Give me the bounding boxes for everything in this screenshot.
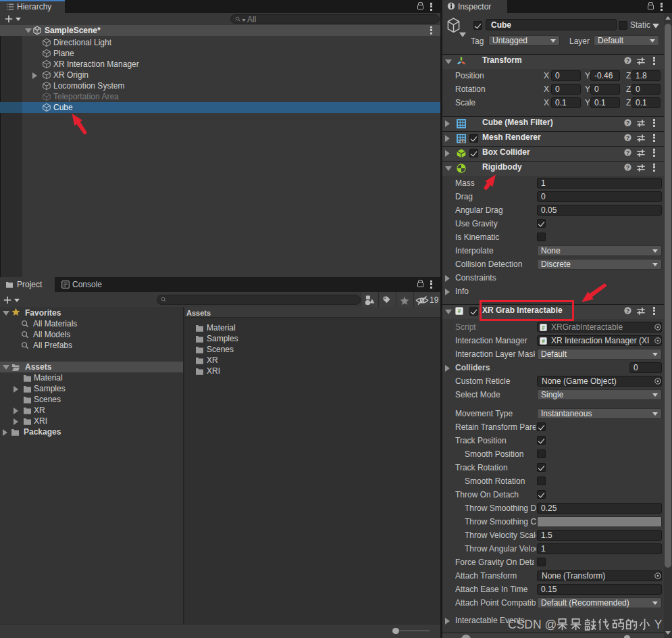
svg-text:?: ? bbox=[626, 120, 629, 126]
svg-text:?: ? bbox=[626, 135, 629, 141]
svg-text:?: ? bbox=[626, 150, 629, 156]
svg-text:?: ? bbox=[626, 308, 629, 314]
svg-text:?: ? bbox=[626, 165, 629, 171]
svg-text:#: # bbox=[542, 325, 545, 331]
svg-text:?: ? bbox=[626, 58, 629, 64]
svg-text:#: # bbox=[457, 308, 461, 314]
svg-text:#: # bbox=[542, 339, 545, 345]
